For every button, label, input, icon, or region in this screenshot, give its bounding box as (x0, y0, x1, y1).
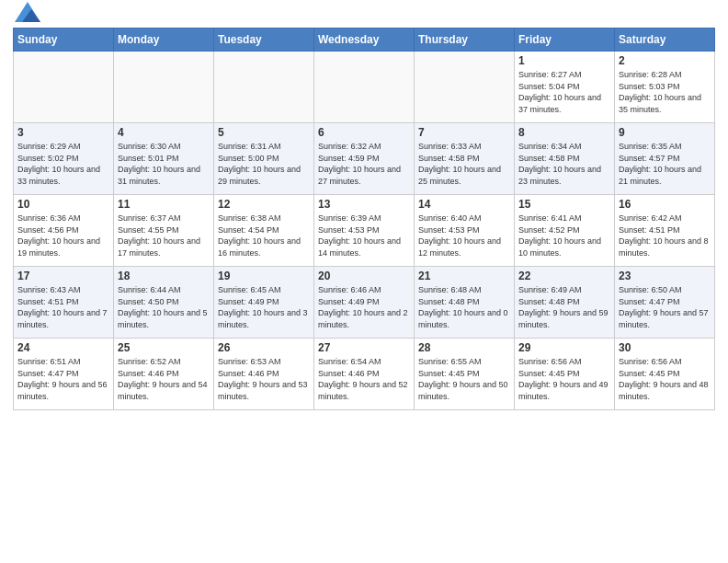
weekday-header: Wednesday (314, 29, 415, 52)
calendar-week: 24Sunrise: 6:51 AM Sunset: 4:47 PM Dayli… (14, 339, 715, 410)
day-info: Sunrise: 6:39 AM Sunset: 4:53 PM Dayligh… (318, 213, 410, 259)
day-number: 21 (418, 270, 510, 282)
day-number: 14 (418, 198, 510, 211)
header-row: SundayMondayTuesdayWednesdayThursdayFrid… (14, 29, 715, 52)
calendar-cell: 12Sunrise: 6:38 AM Sunset: 4:54 PM Dayli… (214, 195, 314, 267)
day-number: 23 (619, 270, 711, 282)
calendar-cell: 7Sunrise: 6:33 AM Sunset: 4:58 PM Daylig… (415, 123, 515, 195)
weekday-header: Tuesday (214, 29, 314, 52)
day-number: 1 (518, 54, 610, 67)
day-number: 13 (318, 198, 410, 211)
calendar-table: SundayMondayTuesdayWednesdayThursdayFrid… (13, 28, 715, 410)
weekday-header: Friday (515, 29, 615, 52)
calendar-cell: 20Sunrise: 6:46 AM Sunset: 4:49 PM Dayli… (314, 267, 415, 339)
day-info: Sunrise: 6:48 AM Sunset: 4:48 PM Dayligh… (418, 284, 510, 330)
calendar-cell: 4Sunrise: 6:30 AM Sunset: 5:01 PM Daylig… (114, 123, 214, 195)
day-number: 12 (218, 198, 310, 211)
day-info: Sunrise: 6:49 AM Sunset: 4:48 PM Dayligh… (518, 284, 610, 330)
calendar-week: 1Sunrise: 6:27 AM Sunset: 5:04 PM Daylig… (14, 52, 715, 123)
calendar-cell: 14Sunrise: 6:40 AM Sunset: 4:53 PM Dayli… (415, 195, 515, 267)
day-info: Sunrise: 6:29 AM Sunset: 5:02 PM Dayligh… (17, 141, 109, 187)
calendar-cell: 29Sunrise: 6:56 AM Sunset: 4:45 PM Dayli… (515, 339, 615, 410)
calendar-week: 10Sunrise: 6:36 AM Sunset: 4:56 PM Dayli… (14, 195, 715, 267)
day-number: 3 (17, 126, 109, 139)
day-info: Sunrise: 6:37 AM Sunset: 4:55 PM Dayligh… (118, 213, 210, 259)
weekday-header: Saturday (615, 29, 715, 52)
day-info: Sunrise: 6:51 AM Sunset: 4:47 PM Dayligh… (17, 356, 109, 402)
calendar-cell (114, 52, 214, 123)
calendar-cell: 3Sunrise: 6:29 AM Sunset: 5:02 PM Daylig… (14, 123, 114, 195)
calendar-cell: 16Sunrise: 6:42 AM Sunset: 4:51 PM Dayli… (615, 195, 715, 267)
day-number: 7 (418, 126, 510, 139)
page-container: SundayMondayTuesdayWednesdayThursdayFrid… (0, 0, 728, 419)
calendar-cell: 25Sunrise: 6:52 AM Sunset: 4:46 PM Dayli… (114, 339, 214, 410)
calendar-cell: 5Sunrise: 6:31 AM Sunset: 5:00 PM Daylig… (214, 123, 314, 195)
day-number: 26 (218, 341, 310, 354)
calendar-cell: 30Sunrise: 6:56 AM Sunset: 4:45 PM Dayli… (615, 339, 715, 410)
day-number: 8 (518, 126, 610, 139)
day-number: 6 (318, 126, 410, 139)
calendar-cell (214, 52, 314, 123)
calendar-cell (314, 52, 415, 123)
day-info: Sunrise: 6:33 AM Sunset: 4:58 PM Dayligh… (418, 141, 510, 187)
day-info: Sunrise: 6:41 AM Sunset: 4:52 PM Dayligh… (518, 213, 610, 259)
day-info: Sunrise: 6:55 AM Sunset: 4:45 PM Dayligh… (418, 356, 510, 402)
calendar-cell (415, 52, 515, 123)
day-info: Sunrise: 6:56 AM Sunset: 4:45 PM Dayligh… (518, 356, 610, 402)
day-number: 20 (318, 270, 410, 282)
calendar-cell: 11Sunrise: 6:37 AM Sunset: 4:55 PM Dayli… (114, 195, 214, 267)
calendar-week: 17Sunrise: 6:43 AM Sunset: 4:51 PM Dayli… (14, 267, 715, 339)
weekday-header: Thursday (415, 29, 515, 52)
calendar-cell: 18Sunrise: 6:44 AM Sunset: 4:50 PM Dayli… (114, 267, 214, 339)
calendar-cell: 23Sunrise: 6:50 AM Sunset: 4:47 PM Dayli… (615, 267, 715, 339)
day-number: 9 (619, 126, 711, 139)
calendar-cell: 10Sunrise: 6:36 AM Sunset: 4:56 PM Dayli… (14, 195, 114, 267)
day-info: Sunrise: 6:52 AM Sunset: 4:46 PM Dayligh… (118, 356, 210, 402)
day-info: Sunrise: 6:44 AM Sunset: 4:50 PM Dayligh… (118, 284, 210, 330)
day-info: Sunrise: 6:50 AM Sunset: 4:47 PM Dayligh… (619, 284, 711, 330)
day-number: 10 (17, 198, 109, 211)
day-info: Sunrise: 6:40 AM Sunset: 4:53 PM Dayligh… (418, 213, 510, 259)
day-info: Sunrise: 6:34 AM Sunset: 4:58 PM Dayligh… (518, 141, 610, 187)
calendar-cell: 2Sunrise: 6:28 AM Sunset: 5:03 PM Daylig… (615, 52, 715, 123)
calendar-cell: 19Sunrise: 6:45 AM Sunset: 4:49 PM Dayli… (214, 267, 314, 339)
day-number: 22 (518, 270, 610, 282)
calendar-cell: 17Sunrise: 6:43 AM Sunset: 4:51 PM Dayli… (14, 267, 114, 339)
day-number: 18 (118, 270, 210, 282)
day-number: 28 (418, 341, 510, 354)
day-number: 4 (118, 126, 210, 139)
day-info: Sunrise: 6:31 AM Sunset: 5:00 PM Dayligh… (218, 141, 310, 187)
day-info: Sunrise: 6:35 AM Sunset: 4:57 PM Dayligh… (619, 141, 711, 187)
day-info: Sunrise: 6:32 AM Sunset: 4:59 PM Dayligh… (318, 141, 410, 187)
day-info: Sunrise: 6:36 AM Sunset: 4:56 PM Dayligh… (17, 213, 109, 259)
calendar-cell: 27Sunrise: 6:54 AM Sunset: 4:46 PM Dayli… (314, 339, 415, 410)
logo (13, 9, 40, 22)
day-info: Sunrise: 6:53 AM Sunset: 4:46 PM Dayligh… (218, 356, 310, 402)
day-number: 30 (619, 341, 711, 354)
day-info: Sunrise: 6:27 AM Sunset: 5:04 PM Dayligh… (518, 69, 610, 115)
day-info: Sunrise: 6:38 AM Sunset: 4:54 PM Dayligh… (218, 213, 310, 259)
calendar-cell: 13Sunrise: 6:39 AM Sunset: 4:53 PM Dayli… (314, 195, 415, 267)
calendar-week: 3Sunrise: 6:29 AM Sunset: 5:02 PM Daylig… (14, 123, 715, 195)
day-info: Sunrise: 6:28 AM Sunset: 5:03 PM Dayligh… (619, 69, 711, 115)
day-number: 25 (118, 341, 210, 354)
weekday-header: Sunday (14, 29, 114, 52)
calendar-cell: 21Sunrise: 6:48 AM Sunset: 4:48 PM Dayli… (415, 267, 515, 339)
day-number: 17 (17, 270, 109, 282)
calendar-cell: 1Sunrise: 6:27 AM Sunset: 5:04 PM Daylig… (515, 52, 615, 123)
logo-icon (15, 2, 40, 22)
day-number: 5 (218, 126, 310, 139)
calendar-cell: 26Sunrise: 6:53 AM Sunset: 4:46 PM Dayli… (214, 339, 314, 410)
day-number: 29 (518, 341, 610, 354)
calendar-cell: 8Sunrise: 6:34 AM Sunset: 4:58 PM Daylig… (515, 123, 615, 195)
day-number: 27 (318, 341, 410, 354)
day-number: 24 (17, 341, 109, 354)
day-info: Sunrise: 6:46 AM Sunset: 4:49 PM Dayligh… (318, 284, 410, 330)
day-info: Sunrise: 6:43 AM Sunset: 4:51 PM Dayligh… (17, 284, 109, 330)
calendar-cell: 22Sunrise: 6:49 AM Sunset: 4:48 PM Dayli… (515, 267, 615, 339)
day-number: 11 (118, 198, 210, 211)
weekday-header: Monday (114, 29, 214, 52)
page-header (13, 9, 715, 22)
day-info: Sunrise: 6:54 AM Sunset: 4:46 PM Dayligh… (318, 356, 410, 402)
calendar-cell: 28Sunrise: 6:55 AM Sunset: 4:45 PM Dayli… (415, 339, 515, 410)
